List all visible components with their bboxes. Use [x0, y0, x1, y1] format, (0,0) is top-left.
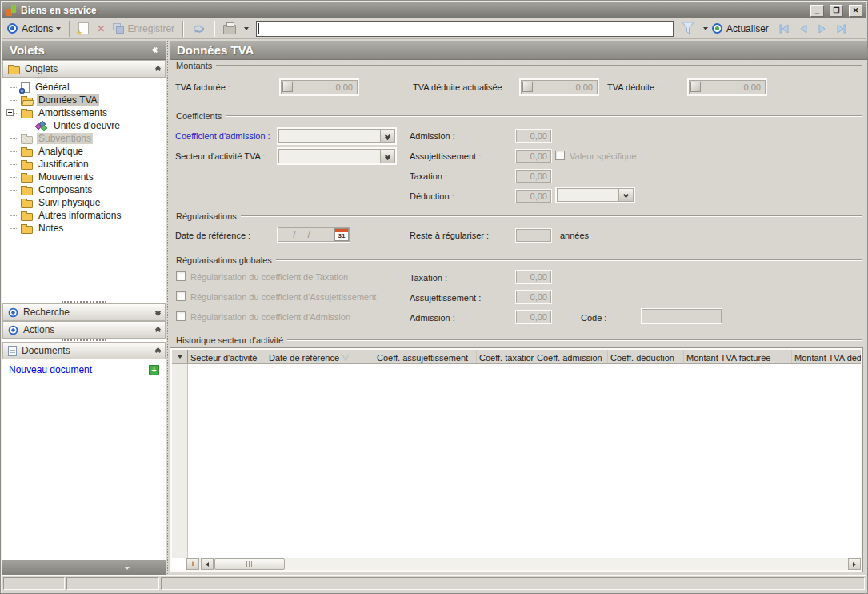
- maximize-button[interactable]: ❐: [830, 5, 843, 17]
- sidebar-item-subventions[interactable]: Subventions: [2, 132, 166, 145]
- grid-plus-button[interactable]: +: [186, 558, 199, 570]
- main-panel-header: Données TVA: [170, 41, 867, 60]
- admission-field[interactable]: 0,00: [515, 129, 552, 143]
- filter-dropdown-button[interactable]: [699, 26, 712, 32]
- nav-previous-button[interactable]: [795, 22, 811, 36]
- coefficient-admission-combobox[interactable]: [277, 127, 397, 145]
- add-document-button[interactable]: +: [149, 365, 159, 375]
- document-icon: [8, 346, 17, 356]
- print-dropdown-button[interactable]: [240, 26, 253, 32]
- column-header[interactable]: Montant TVA déd: [792, 350, 861, 363]
- code-field[interactable]: [641, 308, 722, 324]
- column-header[interactable]: Coeff. taxation: [477, 350, 534, 363]
- nav-first-button[interactable]: [776, 22, 792, 36]
- regularisation-taxation-checkbox[interactable]: [176, 271, 186, 281]
- status-bar: [2, 575, 866, 592]
- nouveau-document-link[interactable]: Nouveau document: [9, 364, 149, 375]
- column-header[interactable]: Coeff. déduction: [608, 350, 684, 363]
- filter-button[interactable]: [677, 20, 699, 37]
- refresh-icon: [192, 23, 206, 34]
- column-header[interactable]: Secteur d'activité: [188, 350, 266, 363]
- date-reference-field[interactable]: __/__/____ 31: [277, 227, 350, 243]
- combobox-dropdown-button[interactable]: [380, 150, 394, 163]
- combobox-dropdown-button[interactable]: [380, 130, 394, 142]
- secteur-activite-tva-combobox[interactable]: [277, 147, 397, 165]
- column-header[interactable]: Coeff. assujettissement: [374, 350, 477, 363]
- search-input[interactable]: [256, 21, 674, 37]
- column-header[interactable]: Coeff. admission: [534, 350, 608, 363]
- sidebar: Volets Onglets Général Données TVA Am: [2, 41, 166, 576]
- actions-menu-button[interactable]: Actions: [18, 22, 65, 36]
- sidebar-item-analytique[interactable]: Analytique: [2, 145, 166, 158]
- nav-next-button[interactable]: [814, 22, 830, 36]
- amount-button-icon[interactable]: [522, 82, 533, 92]
- new-document-button[interactable]: [74, 21, 93, 36]
- sidebar-item-mouvements[interactable]: Mouvements: [2, 171, 166, 183]
- nav-first-icon: [778, 23, 790, 34]
- globales-taxation-field[interactable]: 0,00: [515, 270, 552, 284]
- sidebar-item-unites-doeuvre[interactable]: Unités d'oeuvre: [2, 119, 166, 132]
- deduction-field[interactable]: 0,00: [515, 189, 552, 203]
- column-header[interactable]: Montant TVA facturée: [684, 350, 792, 363]
- globales-assujettissement-field[interactable]: 0,00: [515, 290, 552, 304]
- sidebar-item-autres-informations[interactable]: Autres informations: [2, 209, 166, 222]
- tree-collapse-toggle[interactable]: [6, 109, 14, 116]
- nav-last-button[interactable]: [834, 22, 850, 36]
- print-icon: [223, 25, 236, 34]
- combobox-value: [558, 189, 618, 201]
- close-button[interactable]: ✕: [849, 5, 862, 17]
- code-value: [642, 309, 722, 323]
- actualiser-button[interactable]: Actualiser: [722, 22, 773, 36]
- scroll-right-button[interactable]: [848, 558, 861, 570]
- sidebar-item-donnees-tva[interactable]: Données TVA: [2, 94, 166, 106]
- column-label: Coeff. assujettissement: [377, 353, 468, 363]
- scroll-left-button[interactable]: [201, 558, 214, 570]
- filter-funnel-icon: [681, 22, 695, 35]
- recherche-label: Recherche: [23, 307, 70, 318]
- amount-button-icon[interactable]: [690, 82, 701, 92]
- taxation-field[interactable]: 0,00: [515, 169, 552, 183]
- tree-item-label: Général: [34, 82, 71, 93]
- grid-body[interactable]: [172, 364, 861, 558]
- sidebar-item-suivi-physique[interactable]: Suivi physique: [2, 196, 166, 209]
- calendar-icon[interactable]: 31: [334, 228, 349, 241]
- sidebar-item-notes[interactable]: Notes: [2, 222, 166, 235]
- scrollbar-thumb[interactable]: [214, 558, 285, 570]
- column-header[interactable]: Date de référence ▽: [266, 350, 374, 363]
- coefficient-admission-link[interactable]: Coefficient d'admission :: [175, 131, 270, 141]
- tva-deduite-field[interactable]: 0,00: [687, 78, 767, 96]
- minimize-button[interactable]: _: [810, 5, 824, 17]
- tva-facturee-field[interactable]: 0,00: [279, 78, 359, 96]
- sidebar-bottom-bar[interactable]: [2, 560, 166, 576]
- collapse-sidebar-button[interactable]: [153, 48, 158, 52]
- print-button[interactable]: [219, 21, 240, 36]
- folder-icon: [8, 66, 20, 74]
- triangle-right-icon: [853, 562, 856, 567]
- reste-a-regulariser-field[interactable]: [515, 228, 552, 243]
- documents-section-header[interactable]: Documents: [2, 342, 166, 359]
- sidebar-item-justification[interactable]: Justification: [2, 158, 166, 171]
- onglets-section-header[interactable]: Onglets: [2, 60, 166, 78]
- regularisation-assujettissement-checkbox[interactable]: [176, 291, 186, 301]
- sidebar-item-composants[interactable]: Composants: [2, 183, 166, 196]
- grid-indicator-button[interactable]: [172, 350, 188, 363]
- valeur-specifique-checkbox[interactable]: [555, 151, 565, 160]
- sidebar-header: Volets: [2, 41, 166, 60]
- sidebar-item-general[interactable]: Général: [2, 81, 166, 94]
- tva-deduite-actualisee-field[interactable]: 0,00: [519, 78, 599, 96]
- regularisation-admission-checkbox[interactable]: [176, 311, 186, 321]
- combobox-dropdown-button[interactable]: [618, 189, 633, 201]
- refresh-button[interactable]: [188, 22, 210, 36]
- deduction-combobox[interactable]: [555, 187, 635, 203]
- recherche-section-header[interactable]: Recherche: [2, 303, 166, 321]
- save-button[interactable]: Enregistrer: [109, 22, 178, 36]
- amount-button-icon[interactable]: [282, 82, 293, 92]
- assujettissement-field[interactable]: 0,00: [515, 149, 552, 163]
- scrollbar-track[interactable]: [285, 558, 848, 570]
- globales-admission-value: 0,00: [516, 311, 551, 323]
- actions-section-header[interactable]: Actions: [2, 321, 166, 339]
- sidebar-item-amortissements[interactable]: Amortissements: [2, 106, 166, 119]
- globales-admission-field[interactable]: 0,00: [515, 310, 552, 324]
- delete-button[interactable]: ✕: [93, 22, 109, 36]
- tree-item-label: Justification: [37, 159, 90, 170]
